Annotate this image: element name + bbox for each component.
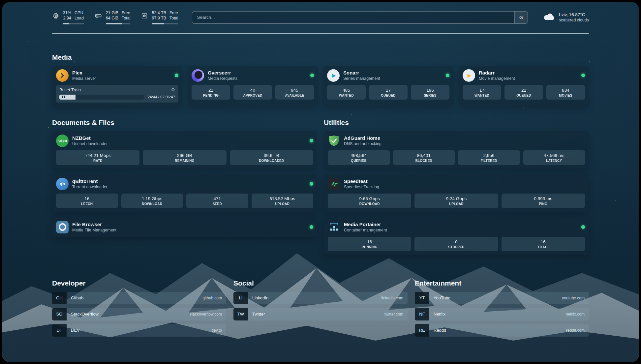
service-card-adguard-home[interactable]: AdGuard HomeDNS and adblocking498,564QUE… xyxy=(324,131,589,168)
service-subtitle: Movie management xyxy=(479,76,515,81)
memory-free-value: 21 GiB xyxy=(106,11,118,15)
service-name: Overseerr xyxy=(208,70,237,76)
pause-icon[interactable] xyxy=(62,96,65,98)
stat-label: UPLOAD xyxy=(253,202,312,206)
radarr-icon: ▶ xyxy=(463,69,475,82)
service-subtitle: DNS and adblocking xyxy=(344,141,382,146)
stat-label: SERIES xyxy=(412,94,448,97)
bookmark-reddit[interactable]: RERedditreddit.com xyxy=(415,324,589,337)
bookmark-linkedin[interactable]: LILinkedInlinkedin.com xyxy=(233,292,408,304)
service-subtitle: Speedtest Tracking xyxy=(344,184,379,190)
stat-value: 266 GB xyxy=(144,153,225,158)
service-header: ▶SonarrSeries management xyxy=(327,69,449,82)
status-online-dot xyxy=(446,74,449,77)
service-card-nzbget[interactable]: nzbgetNZBGetUsenet downloader744.21 Mbps… xyxy=(52,131,317,168)
bookmark-abbr: DT xyxy=(52,324,67,337)
stat-queued: 17QUEUED xyxy=(369,85,408,100)
weather-location: Lviv, 16.87°C xyxy=(559,12,589,18)
stat-label: RUNNING xyxy=(329,245,410,249)
stat-value: 16 xyxy=(57,196,117,201)
service-header: qbqBittorrentTorrent downloader xyxy=(56,178,313,190)
settings-gear-icon[interactable]: ⚙ xyxy=(171,87,175,92)
cpu-widget: 31% CPU 2.94 Load xyxy=(52,11,84,24)
stat-latency: 47.569 msLATENCY xyxy=(523,150,585,165)
stat-blocked: 86,401BLOCKED xyxy=(393,150,455,165)
stat-filtered: 2,956FILTERED xyxy=(458,150,520,165)
service-stats: 485WANTED17QUEUED196SERIES xyxy=(327,85,449,100)
bookmarks-area: DeveloperGHGithubgithub.comSOStackOverfl… xyxy=(52,279,589,353)
stat-label: FILTERED xyxy=(459,159,519,163)
cpu-load-value: 2.94 xyxy=(63,16,71,21)
stat-value: 485 xyxy=(328,88,364,93)
system-widgets: 31% CPU 2.94 Load xyxy=(52,11,178,24)
bookmark-abbr: RE xyxy=(415,324,429,337)
group-title-utilities: Utilities xyxy=(324,119,589,127)
files-cards: nzbgetNZBGetUsenet downloader744.21 Mbps… xyxy=(52,131,317,237)
bookmark-url: youtube.com xyxy=(562,292,589,304)
service-card-sonarr[interactable]: ▶SonarrSeries management485WANTED17QUEUE… xyxy=(323,66,453,106)
bookmark-url: github.com xyxy=(202,292,226,304)
group-title-entertainment: Entertainment xyxy=(415,279,589,287)
bookmark-url: netflix.com xyxy=(566,308,589,320)
group-files: Documents & Files nzbgetNZBGetUsenet dow… xyxy=(52,119,317,243)
weather-condition: scattered clouds xyxy=(559,17,589,23)
service-name: File Browser xyxy=(72,221,116,228)
memory-free-label: Free xyxy=(122,11,130,15)
stat-leech: 16LEECH xyxy=(56,194,118,208)
media-cards: PlexMedia serverBullet Train⚙24:44 / 02:… xyxy=(52,66,589,106)
stat-series: 196SERIES xyxy=(411,85,449,100)
playback-progressbar[interactable] xyxy=(59,95,144,100)
stat-label: DOWNLOAD xyxy=(329,202,410,206)
memory-total-label: Total xyxy=(122,16,130,21)
stat-label: PENDING xyxy=(193,94,229,97)
sonarr-icon: ▶ xyxy=(327,69,340,82)
stat-value: 86,401 xyxy=(394,153,454,158)
search-input[interactable] xyxy=(192,12,514,23)
service-name: NZBGet xyxy=(72,135,108,141)
bookmark-name: Github xyxy=(67,292,83,304)
disk-readout: 52.4 TB Free 97.9 TB Total xyxy=(152,11,178,24)
bookmark-twitter[interactable]: TWTwittertwitter.com xyxy=(233,308,408,320)
service-card-plex[interactable]: PlexMedia serverBullet Train⚙24:44 / 02:… xyxy=(52,66,182,106)
cpu-icon xyxy=(52,12,59,21)
bookmark-github[interactable]: GHGithubgithub.com xyxy=(52,292,226,304)
top-bar: 31% CPU 2.94 Load xyxy=(52,11,589,24)
stat-value: 471 xyxy=(188,196,247,201)
disk-widget: 52.4 TB Free 97.9 TB Total xyxy=(141,11,178,24)
service-name: Radarr xyxy=(479,70,515,76)
dashboard-content: 31% CPU 2.94 Load xyxy=(2,2,639,353)
portainer-icon xyxy=(328,221,340,233)
memory-progressbar xyxy=(106,23,131,24)
stat-value: 40 xyxy=(235,88,271,93)
bookmark-name: YouTube xyxy=(429,292,450,304)
service-card-qbittorrent[interactable]: qbqBittorrentTorrent downloader16LEECH1.… xyxy=(52,174,317,212)
stat-value: 9.65 Gbps xyxy=(329,196,410,201)
service-card-overseerr[interactable]: OverseerrMedia Requests21PENDING40APPROV… xyxy=(188,66,318,106)
service-subtitle: Series management xyxy=(343,76,380,81)
stat-label: STOPPED xyxy=(416,245,497,249)
plex-icon xyxy=(56,69,69,82)
bookmark-dev[interactable]: DTDEVdev.to xyxy=(52,324,226,337)
stat-label: SEED xyxy=(188,202,247,206)
service-card-radarr[interactable]: ▶RadarrMovie management17WANTED22QUEUED8… xyxy=(459,66,589,106)
memory-total-value: 64 GiB xyxy=(106,16,118,21)
stat-download: 9.65 GbpsDOWNLOAD xyxy=(328,194,411,208)
group-title-files: Documents & Files xyxy=(52,119,317,127)
bookmark-youtube[interactable]: YTYouTubeyoutube.com xyxy=(415,292,589,304)
cpu-readout: 31% CPU 2.94 Load xyxy=(63,11,84,24)
stat-wanted: 17WANTED xyxy=(463,85,501,100)
stat-label: REMAINING xyxy=(144,159,225,163)
service-card-media-portainer[interactable]: Media PortainerContainer management16RUN… xyxy=(324,218,589,255)
stat-movies: 834MOVIES xyxy=(546,85,585,100)
search-provider-button[interactable]: G xyxy=(514,12,528,23)
group-title-developer: Developer xyxy=(52,279,226,287)
bookmark-netflix[interactable]: NFNetflixnetflix.com xyxy=(415,308,589,320)
bookmark-url: linkedin.com xyxy=(381,292,408,304)
stat-label: QUEUED xyxy=(370,94,406,97)
search-bar: G xyxy=(192,11,528,24)
stat-value: 618.52 Mbps xyxy=(253,196,312,201)
bookmark-stackoverflow[interactable]: SOStackOverflowstackoverflow.com xyxy=(52,308,226,320)
service-card-speedtest[interactable]: SpeedtestSpeedtest Tracking9.65 GbpsDOWN… xyxy=(324,174,589,212)
service-card-file-browser[interactable]: File BrowserMedia File Management xyxy=(52,218,317,237)
service-header: SpeedtestSpeedtest Tracking xyxy=(328,178,585,190)
